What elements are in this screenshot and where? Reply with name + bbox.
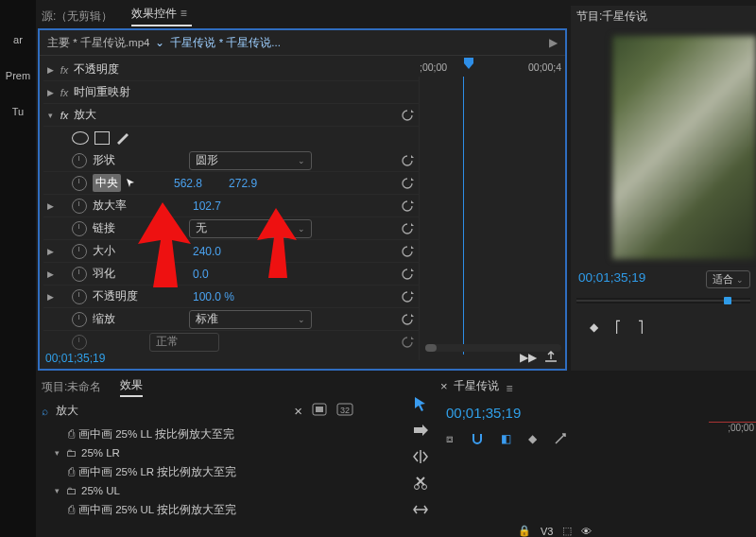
settings-icon[interactable] <box>554 432 567 448</box>
stopwatch-icon[interactable] <box>72 199 87 214</box>
prop-feather: ▶ 羽化 0.0 <box>43 263 420 286</box>
eye-icon[interactable]: 👁 <box>581 526 592 537</box>
playhead-line[interactable] <box>463 77 464 355</box>
center-y-value[interactable]: 272.9 <box>229 177 257 190</box>
prop-magnification: ▶ 放大率 102.7 <box>43 195 420 217</box>
clear-search-icon[interactable]: × <box>294 403 302 419</box>
blend-dropdown[interactable]: 正常 <box>149 333 219 352</box>
twirl-icon[interactable]: ▶ <box>43 201 57 211</box>
loop-icon[interactable]: ▶▶ <box>520 351 537 365</box>
center-label-selected[interactable]: 中央 <box>93 174 121 192</box>
mini-timeline-area[interactable] <box>419 77 561 360</box>
lock-icon[interactable]: 🔒 <box>518 525 531 537</box>
clip-breadcrumb: 主要 * 千星传说.mp4 ⌄ 千星传说 * 千星传说... ▶ <box>40 30 565 56</box>
shape-dropdown[interactable]: 圆形⌄ <box>189 151 312 170</box>
preset-folder[interactable]: ▾🗀25% UL <box>42 481 353 500</box>
tab-source[interactable]: 源:（无剪辑） <box>42 9 112 25</box>
timeline-panel: × 千星传说 00;01;35;19 ⧈ ◧ ◆ ;00;00 🔒 V3 ⬚ 👁 <box>408 376 756 537</box>
reset-icon[interactable] <box>401 246 414 257</box>
panel-timecode[interactable]: 00;01;35;19 <box>45 352 105 365</box>
fx-badge-icon[interactable]: fx <box>57 110 72 121</box>
mark-in-icon[interactable]: ⎡ <box>615 320 621 334</box>
sequence-tab[interactable]: 千星传说 <box>454 378 499 394</box>
strip-text-3: Tu <box>12 106 24 117</box>
preset-item[interactable]: ⎙画中画 25% UL 按比例放大至完 <box>42 500 353 519</box>
stopwatch-icon[interactable] <box>72 221 87 236</box>
reset-icon[interactable] <box>401 155 414 166</box>
reset-icon[interactable] <box>401 223 414 234</box>
twirl-down-icon[interactable]: ▾ <box>43 111 57 120</box>
stopwatch-icon[interactable] <box>72 289 87 304</box>
panel-menu-icon[interactable] <box>507 382 518 390</box>
reset-icon[interactable] <box>401 314 414 325</box>
reset-icon[interactable] <box>401 268 414 280</box>
playhead-icon[interactable] <box>463 57 474 70</box>
tab-effect-controls[interactable]: 效果控件 <box>131 6 191 26</box>
reset-icon[interactable] <box>401 178 414 189</box>
chevron-down-icon: ⌄ <box>298 156 305 165</box>
effects-filter-icon-1[interactable] <box>312 403 327 419</box>
preset-item[interactable]: ⎙画中画 25% LR 按比例放大至完 <box>42 462 353 481</box>
effect-opacity[interactable]: ▶ fx 不透明度 <box>43 59 420 81</box>
effect-magnify[interactable]: ▾ fx 放大 <box>43 104 420 127</box>
markers-icon[interactable]: ◆ <box>528 432 537 448</box>
stopwatch-icon[interactable] <box>72 335 87 350</box>
fx-badge-icon[interactable]: fx <box>57 64 72 76</box>
program-tab[interactable]: 节目:千星传说 <box>571 6 756 26</box>
snap-icon[interactable] <box>471 432 484 448</box>
stopwatch-icon[interactable] <box>72 267 87 282</box>
tab-project[interactable]: 项目:未命名 <box>42 379 101 395</box>
chevron-down-icon[interactable]: ⌄ <box>155 36 164 49</box>
link-dropdown[interactable]: 无⌄ <box>189 219 312 238</box>
program-preview[interactable] <box>611 36 756 259</box>
twirl-icon[interactable]: ▶ <box>43 247 57 256</box>
mark-out-icon[interactable]: ⎤ <box>638 320 644 334</box>
ellipse-mask-icon[interactable] <box>72 131 89 145</box>
zoom-fit-dropdown[interactable]: 适合 ⌄ <box>706 270 750 288</box>
preset-folder[interactable]: ▾🗀25% LR <box>42 443 353 462</box>
program-scrub-bar[interactable] <box>576 298 750 303</box>
reset-icon[interactable] <box>401 200 414 212</box>
rectangle-mask-icon[interactable] <box>94 131 110 145</box>
reset-icon[interactable] <box>401 110 414 121</box>
effects-filter-icon-2[interactable]: 32 <box>336 403 353 419</box>
toggle-output-icon[interactable]: ⬚ <box>562 525 572 537</box>
add-marker-icon[interactable]: ◆ <box>590 320 598 334</box>
stopwatch-icon[interactable] <box>72 153 87 168</box>
size-value[interactable]: 240.0 <box>193 245 221 258</box>
twirl-icon[interactable]: ▶ <box>43 88 57 97</box>
folder-icon: 🗀 <box>66 485 77 496</box>
mini-timeline-ruler[interactable]: ;00;00 00;00;4 <box>420 57 561 78</box>
effect-time-remap[interactable]: ▶ fx 时间重映射 <box>43 81 420 104</box>
export-icon[interactable] <box>544 351 558 365</box>
timeline-timecode[interactable]: 00;01;35;19 <box>446 405 756 421</box>
twirl-icon[interactable]: ▶ <box>43 269 57 279</box>
reset-icon[interactable] <box>401 291 414 303</box>
stopwatch-icon[interactable] <box>72 312 87 327</box>
center-x-value[interactable]: 562.8 <box>174 177 202 190</box>
scale-dropdown[interactable]: 标准⌄ <box>189 310 312 329</box>
tab-effects[interactable]: 效果 <box>120 377 143 397</box>
playhead-icon[interactable] <box>724 297 731 304</box>
pen-mask-icon[interactable] <box>115 131 129 145</box>
magnification-value[interactable]: 102.7 <box>193 199 221 213</box>
linked-selection-icon[interactable]: ◧ <box>501 432 511 448</box>
effects-search-input[interactable] <box>54 404 288 419</box>
twirl-icon[interactable]: ▶ <box>43 65 57 75</box>
play-icon[interactable]: ▶ <box>549 36 558 49</box>
timeline-ruler[interactable]: ;00;00 <box>709 422 756 434</box>
panel-menu-icon[interactable] <box>180 7 192 14</box>
opacity-value[interactable]: 100.0 % <box>193 290 234 303</box>
reset-icon[interactable] <box>401 337 414 348</box>
stopwatch-icon[interactable] <box>72 176 87 191</box>
twirl-icon[interactable]: ▶ <box>43 292 57 302</box>
prop-link: 链接 无⌄ <box>43 217 420 240</box>
nest-icon[interactable]: ⧈ <box>446 432 454 448</box>
feather-value[interactable]: 0.0 <box>193 268 209 281</box>
program-timecode[interactable]: 00;01;35;19 <box>578 270 645 285</box>
fx-badge-icon[interactable]: fx <box>57 87 72 98</box>
close-tab-icon[interactable]: × <box>440 379 448 393</box>
stopwatch-icon[interactable] <box>72 244 87 259</box>
video-track-header[interactable]: 🔒 V3 ⬚ 👁 <box>518 525 592 537</box>
preset-item[interactable]: ⎙画中画 25% LL 按比例放大至完 <box>42 424 353 443</box>
